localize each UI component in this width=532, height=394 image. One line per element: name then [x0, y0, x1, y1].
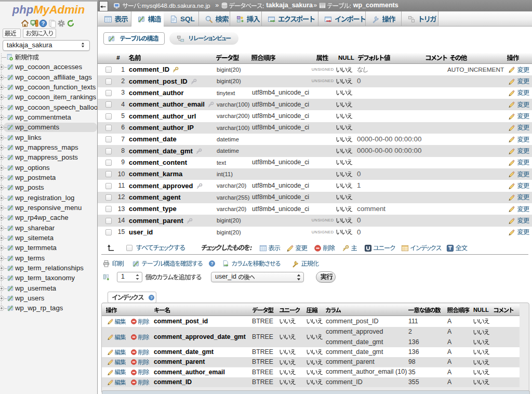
svg-text:?: ? [42, 20, 45, 27]
svg-text:?: ? [210, 261, 213, 266]
svg-text:?: ? [150, 295, 153, 300]
